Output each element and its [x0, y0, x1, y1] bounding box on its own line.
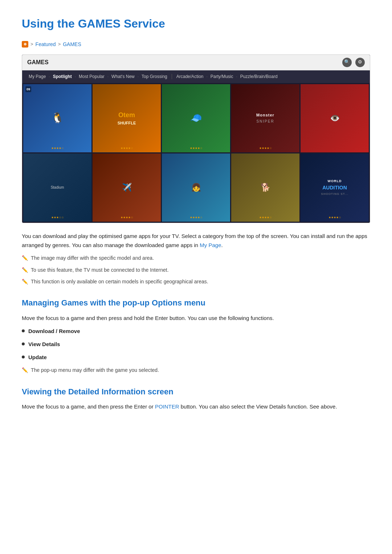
note-text: To use this feature, the TV must be conn…: [31, 266, 169, 274]
option-download-remove: Download / Remove: [22, 327, 370, 336]
note-text: The image may differ with the specific m…: [31, 254, 154, 262]
nav-party-music: Party/Music: [209, 73, 235, 81]
breadcrumb-sep1: >: [30, 41, 33, 48]
option-label: Download / Remove: [28, 327, 80, 336]
note-text: This function is only available on certa…: [31, 278, 208, 286]
game-tile: Stadium ★★★☆☆: [23, 153, 91, 222]
option-label: Update: [28, 353, 47, 362]
pencil-icon: ✏️: [22, 266, 28, 274]
game-tile: Otem SHUFFLE ★★★★☆: [93, 84, 161, 152]
section1-title: Managing Games with the pop-up Options m…: [22, 296, 370, 309]
section2-title: Viewing the Detailed Information screen: [22, 385, 370, 398]
pencil-icon: ✏️: [22, 278, 28, 286]
game-tile: ✈️ ★★★★☆: [93, 153, 161, 222]
nav-whats-new: What's New: [110, 73, 136, 81]
section2-intro-after: button. You can also select the View Det…: [179, 403, 337, 410]
intro-paragraph: You can download and play the optimised …: [22, 232, 370, 250]
bullet-dot: [22, 329, 25, 332]
section2-para: Move the focus to a game, and then press…: [22, 402, 370, 411]
nav-arcade-action: Arcade/Action: [175, 73, 205, 81]
bullet-dot: [22, 356, 25, 358]
home-icon: ⊕: [22, 41, 28, 48]
game-tile: 👁️: [301, 84, 369, 152]
games-header-icons: 🔍 ⚙: [342, 58, 365, 67]
nav-puzzle: Puzzle/Brain/Board: [239, 73, 279, 81]
section-viewing-details: Viewing the Detailed Information screen …: [22, 385, 370, 411]
game-tile: Monster SNIPER ★★★★☆: [231, 84, 299, 152]
games-nav: My Page · Spotlight · Most Popular · Wha…: [22, 70, 370, 83]
options-list: Download / Remove View Details Update: [22, 327, 370, 362]
note-text: The pop-up menu may differ with the game…: [31, 366, 159, 374]
option-label: View Details: [28, 340, 60, 349]
breadcrumb-sep2: >: [58, 41, 61, 48]
section2-intro-before: Move the focus to a game, and then press…: [22, 403, 155, 410]
note-item: ✏️ The image may differ with the specifi…: [22, 254, 370, 262]
settings-icon: ⚙: [355, 58, 365, 67]
nav-spotlight: Spotlight: [52, 73, 73, 81]
games-header: GAMES 🔍 ⚙: [22, 55, 370, 70]
game-tile: WORLD AUDITION SHOOTING ST... ★★★★☆: [301, 153, 369, 222]
option-update: Update: [22, 353, 370, 362]
section1-notes: ✏️ The pop-up menu may differ with the g…: [22, 366, 370, 374]
nav-my-page: My Page: [27, 73, 47, 81]
option-view-details: View Details: [22, 340, 370, 349]
note-item: ✏️ The pop-up menu may differ with the g…: [22, 366, 370, 374]
nav-top-grossing: Top Grossing: [140, 73, 169, 81]
game-tile: 🐕 ★★★★☆: [231, 153, 299, 222]
breadcrumb: ⊕ > Featured > GAMES: [22, 40, 370, 48]
nav-most-popular: Most Popular: [77, 73, 106, 81]
pointer-link[interactable]: POINTER: [155, 403, 179, 410]
game-tile: 🧢 ★★★★☆: [162, 84, 230, 152]
breadcrumb-featured[interactable]: Featured: [36, 40, 56, 48]
game-tile: 09 🐧 ★★★★☆: [23, 84, 91, 152]
game-tile: 👧 ★★★★☆: [162, 153, 230, 222]
page-title: Using the GAMES Service: [22, 15, 370, 33]
notes-list: ✏️ The image may differ with the specifi…: [22, 254, 370, 286]
pencil-icon: ✏️: [22, 366, 28, 374]
games-ui-mockup: GAMES 🔍 ⚙ My Page · Spotlight · Most Pop…: [22, 54, 370, 223]
breadcrumb-games[interactable]: GAMES: [63, 40, 81, 48]
my-page-link[interactable]: My Page: [200, 242, 221, 248]
section1-intro: Move the focus to a game and then press …: [22, 314, 370, 323]
section-managing-games: Managing Games with the pop-up Options m…: [22, 296, 370, 374]
note-item: ✏️ This function is only available on ce…: [22, 278, 370, 286]
games-ui-title: GAMES: [27, 58, 49, 67]
pencil-icon: ✏️: [22, 254, 28, 262]
intro-section: You can download and play the optimised …: [22, 232, 370, 286]
bullet-dot: [22, 342, 25, 345]
search-icon: 🔍: [342, 58, 352, 67]
games-grid: 09 🐧 ★★★★☆ Otem SHUFFLE ★★★★☆ 🧢 ★★★★☆ Mo…: [22, 83, 370, 223]
note-item: ✏️ To use this feature, the TV must be c…: [22, 266, 370, 274]
